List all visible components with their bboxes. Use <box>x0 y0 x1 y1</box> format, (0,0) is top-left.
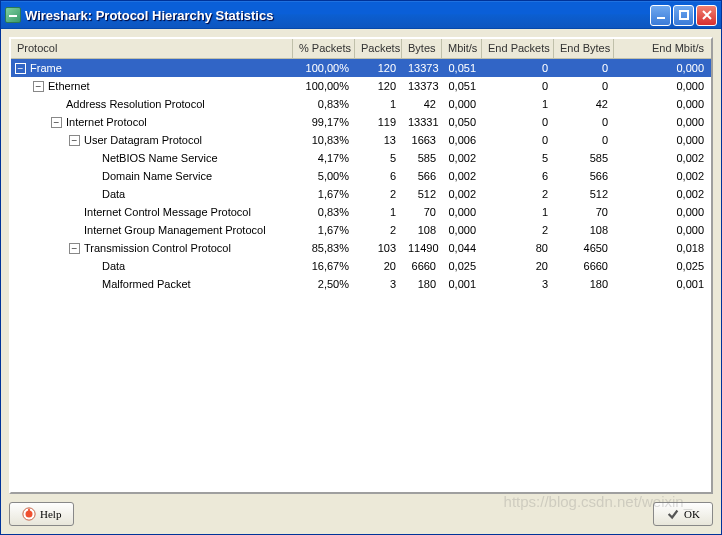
cell-bytes: 1663 <box>402 134 442 146</box>
cell-em: 0,000 <box>614 206 710 218</box>
table-row[interactable]: Data1,67%25120,00225120,002 <box>11 185 711 203</box>
cell-eb: 566 <box>554 170 614 182</box>
cell-packets: 103 <box>355 242 402 254</box>
table-row[interactable]: Data16,67%2066600,0252066600,025 <box>11 257 711 275</box>
cell-em: 0,000 <box>614 98 710 110</box>
svg-rect-1 <box>680 11 688 19</box>
cell-em: 0,018 <box>614 242 710 254</box>
table-row[interactable]: Internet Group Management Protocol1,67%2… <box>11 221 711 239</box>
minimize-button[interactable] <box>650 5 671 26</box>
maximize-button[interactable] <box>673 5 694 26</box>
column-header-pct[interactable]: % Packets <box>293 39 355 58</box>
cell-eb: 0 <box>554 62 614 74</box>
cell-eb: 0 <box>554 134 614 146</box>
table-row[interactable]: −User Datagram Protocol10,83%1316630,006… <box>11 131 711 149</box>
cell-mbits: 0,050 <box>442 116 482 128</box>
column-header-bytes[interactable]: Bytes <box>402 39 442 58</box>
protocol-label: Ethernet <box>48 80 90 92</box>
table-row[interactable]: −Ethernet100,00%120133730,051000,000 <box>11 77 711 95</box>
protocol-label: Address Resolution Protocol <box>66 98 205 110</box>
protocol-label: Frame <box>30 62 62 74</box>
protocol-cell: Data <box>11 188 293 200</box>
table-row[interactable]: −Internet Protocol99,17%119133310,050000… <box>11 113 711 131</box>
cell-packets: 2 <box>355 188 402 200</box>
table-row[interactable]: −Frame100,00%120133730,051000,000 <box>11 59 711 77</box>
cell-ep: 2 <box>482 188 554 200</box>
cell-packets: 3 <box>355 278 402 290</box>
cell-pct: 1,67% <box>293 188 355 200</box>
protocol-cell: NetBIOS Name Service <box>11 152 293 164</box>
table-header: Protocol % Packets Packets Bytes Mbit/s … <box>11 39 711 59</box>
protocol-label: Transmission Control Protocol <box>84 242 231 254</box>
cell-em: 0,000 <box>614 116 710 128</box>
protocol-cell: Internet Control Message Protocol <box>11 206 293 218</box>
protocol-cell: Internet Group Management Protocol <box>11 224 293 236</box>
help-button[interactable]: Help <box>9 502 74 526</box>
tree-spacer <box>51 99 62 110</box>
wireshark-icon <box>5 7 21 23</box>
cell-eb: 0 <box>554 116 614 128</box>
cell-ep: 6 <box>482 170 554 182</box>
cell-eb: 4650 <box>554 242 614 254</box>
column-header-protocol[interactable]: Protocol <box>11 39 293 58</box>
cell-eb: 42 <box>554 98 614 110</box>
collapse-icon[interactable]: − <box>69 135 80 146</box>
cell-em: 0,002 <box>614 152 710 164</box>
cell-bytes: 70 <box>402 206 442 218</box>
ok-icon <box>666 507 680 521</box>
protocol-cell: −Transmission Control Protocol <box>11 242 293 254</box>
cell-packets: 120 <box>355 62 402 74</box>
protocol-cell: Data <box>11 260 293 272</box>
cell-pct: 16,67% <box>293 260 355 272</box>
cell-mbits: 0,001 <box>442 278 482 290</box>
table-row[interactable]: −Transmission Control Protocol85,83%1031… <box>11 239 711 257</box>
cell-pct: 0,83% <box>293 206 355 218</box>
table-row[interactable]: NetBIOS Name Service4,17%55850,00255850,… <box>11 149 711 167</box>
cell-mbits: 0,051 <box>442 80 482 92</box>
cell-pct: 85,83% <box>293 242 355 254</box>
table-row[interactable]: Domain Name Service5,00%65660,00265660,0… <box>11 167 711 185</box>
cell-mbits: 0,044 <box>442 242 482 254</box>
cell-ep: 0 <box>482 80 554 92</box>
protocol-cell: Address Resolution Protocol <box>11 98 293 110</box>
cell-eb: 0 <box>554 80 614 92</box>
ok-button[interactable]: OK <box>653 502 713 526</box>
client-area: Protocol % Packets Packets Bytes Mbit/s … <box>1 29 721 534</box>
cell-pct: 100,00% <box>293 80 355 92</box>
protocol-cell: −Internet Protocol <box>11 116 293 128</box>
table-row[interactable]: Malformed Packet2,50%31800,00131800,001 <box>11 275 711 293</box>
collapse-icon[interactable]: − <box>33 81 44 92</box>
collapse-icon[interactable]: − <box>69 243 80 254</box>
protocol-label: Internet Control Message Protocol <box>84 206 251 218</box>
help-button-label: Help <box>40 508 61 520</box>
close-button[interactable] <box>696 5 717 26</box>
titlebar[interactable]: Wireshark: Protocol Hierarchy Statistics <box>1 1 721 29</box>
cell-mbits: 0,002 <box>442 152 482 164</box>
svg-rect-4 <box>28 509 30 513</box>
table-body[interactable]: −Frame100,00%120133730,051000,000−Ethern… <box>11 59 711 492</box>
cell-eb: 108 <box>554 224 614 236</box>
cell-mbits: 0,025 <box>442 260 482 272</box>
cell-packets: 6 <box>355 170 402 182</box>
collapse-icon[interactable]: − <box>15 63 26 74</box>
table-row[interactable]: Address Resolution Protocol0,83%1420,000… <box>11 95 711 113</box>
protocol-cell: Malformed Packet <box>11 278 293 290</box>
protocol-label: Domain Name Service <box>102 170 212 182</box>
cell-pct: 5,00% <box>293 170 355 182</box>
column-header-end-bytes[interactable]: End Bytes <box>554 39 614 58</box>
cell-bytes: 108 <box>402 224 442 236</box>
cell-em: 0,000 <box>614 80 710 92</box>
column-header-end-packets[interactable]: End Packets <box>482 39 554 58</box>
cell-ep: 2 <box>482 224 554 236</box>
table-row[interactable]: Internet Control Message Protocol0,83%17… <box>11 203 711 221</box>
window-title: Wireshark: Protocol Hierarchy Statistics <box>25 8 650 23</box>
cell-bytes: 566 <box>402 170 442 182</box>
column-header-mbits[interactable]: Mbit/s <box>442 39 482 58</box>
column-header-packets[interactable]: Packets <box>355 39 402 58</box>
collapse-icon[interactable]: − <box>51 117 62 128</box>
cell-bytes: 11490 <box>402 242 442 254</box>
help-icon <box>22 507 36 521</box>
protocol-label: Internet Group Management Protocol <box>84 224 266 236</box>
column-header-end-mbits[interactable]: End Mbit/s <box>614 39 710 58</box>
cell-packets: 13 <box>355 134 402 146</box>
